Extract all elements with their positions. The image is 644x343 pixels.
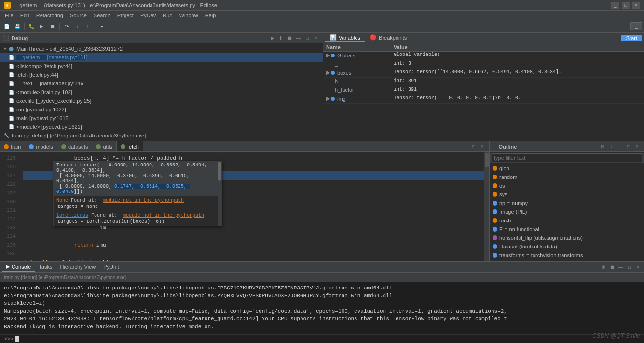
var-row-img[interactable]: ▶ img Tensor: tensor([[[ 0. 0. 0. 0. 0.1…	[323, 95, 644, 104]
outline-filter-input[interactable]	[492, 153, 642, 162]
top-section: ⬛ Debug ▶ ⏸ ⏹ — □ × ▼ ⬤ MainThread - pid…	[0, 33, 644, 141]
frame-icon-3: 📄	[8, 71, 14, 78]
tab-train[interactable]: train	[0, 141, 25, 152]
code-area[interactable]: boxes[:, 4] *= h_factor / padded_h targe…	[19, 152, 489, 261]
outline-item-os[interactable]: os	[490, 181, 644, 190]
tab-models[interactable]: models	[25, 141, 57, 152]
frame-icon-1: 📄	[8, 54, 14, 61]
editor-minimize-button[interactable]: —	[461, 143, 469, 151]
debug-resume-button[interactable]: ▶	[269, 34, 276, 42]
save-button[interactable]: 💾	[13, 22, 22, 31]
minimize-button[interactable]: _	[611, 2, 619, 9]
console-tab-pyunit[interactable]: PyUnit	[99, 263, 123, 272]
tab-variables[interactable]: 📊 Variables	[325, 33, 365, 42]
quick-access-button[interactable]: _	[630, 22, 642, 30]
outline-minimize-button[interactable]: —	[616, 143, 624, 151]
menu-search[interactable]: Search	[91, 12, 113, 19]
console-content[interactable]: e:\ProgramData\Anaconda3\lib\site-packag…	[0, 282, 644, 334]
torch-zeros-link[interactable]: torch.zeros	[56, 213, 88, 218]
debug-frame-execfile[interactable]: 📄 execfile [_pydev_execfile.py:25]	[0, 96, 323, 105]
debug-frame-run[interactable]: 📄 run [pydevd.py:1022]	[0, 105, 323, 114]
var-row-underscore[interactable]: _ int: 3	[323, 60, 644, 69]
console-tab-tasks[interactable]: Tasks	[35, 263, 56, 272]
menu-source[interactable]: Source	[67, 12, 90, 19]
outline-item-transforms[interactable]: transforms = torchvision.transforms	[490, 251, 644, 260]
step-over-button[interactable]: ↷	[62, 22, 71, 31]
menu-pydev[interactable]: PyDev	[137, 12, 159, 19]
editor-scrollbar[interactable]	[484, 152, 489, 261]
menu-file[interactable]: File	[2, 12, 16, 19]
var-row-globals[interactable]: ▶ Globals Global variables	[323, 52, 644, 60]
maximize-button[interactable]: □	[622, 2, 630, 9]
console-line-1: e:\ProgramData\Anaconda3\lib\site-packag…	[4, 284, 640, 292]
debug-stop-button[interactable]: ⏹	[286, 34, 294, 42]
tab-fetch[interactable]: fetch	[117, 141, 143, 152]
console-maximize-button[interactable]: □	[626, 263, 633, 271]
outline-sort-button[interactable]: ↕	[607, 143, 615, 151]
console-tab-console[interactable]: ▶ Console	[2, 262, 35, 272]
run-button[interactable]: ▶	[37, 22, 47, 31]
close-button[interactable]: ×	[632, 2, 640, 9]
outline-collapse-button[interactable]: ⊟	[599, 143, 606, 151]
console-tab-hierarchy[interactable]: Hierarchy View	[56, 263, 99, 272]
new-button[interactable]: 📄	[2, 22, 12, 31]
outline-item-hflip[interactable]: horisontal_flip (utils.augmentations)	[490, 233, 644, 242]
trace-file-icon: 🔧	[3, 132, 10, 139]
outline-item-dataset[interactable]: Dataset (torch.utils.data)	[490, 242, 644, 251]
var-row-hfactor[interactable]: h_factor int: 391	[323, 86, 644, 95]
debug-frame-fetch[interactable]: 📄 fetch [fetch.py:44]	[0, 70, 323, 79]
debug-maximize-button[interactable]: □	[303, 34, 311, 42]
none-module-link[interactable]: module not in the pythonpath	[103, 198, 184, 203]
debug-frame-listcomp[interactable]: 📄 <listcomp> [fetch.py:44]	[0, 62, 323, 70]
outline-item-torch[interactable]: torch	[490, 216, 644, 225]
debug-suspend-button[interactable]: ⏸	[277, 34, 285, 42]
step-into-button[interactable]: ↓	[72, 22, 82, 31]
torch-module-link[interactable]: module not in the pythonpath	[123, 213, 204, 218]
editor-close-button[interactable]: ×	[479, 143, 486, 151]
debug-thread-text: MainThread - pid_20540_id_2364323911272	[16, 46, 123, 52]
debug-minimize-button[interactable]: —	[295, 34, 302, 42]
debug-frame-main[interactable]: 📄 main [pydevd.py:1615]	[0, 114, 323, 123]
debug-frame-module2[interactable]: 📄 <module> [pydevd.py:1621]	[0, 123, 323, 131]
outline-item-pad[interactable]: pad_to_square	[490, 260, 644, 261]
outline-item-random[interactable]: random	[490, 173, 644, 181]
console-close-button[interactable]: ×	[634, 263, 642, 271]
editor-maximize-button[interactable]: □	[470, 143, 478, 151]
debug-frame-getitem[interactable]: 📄 __getitem__ [datasets.py:131]	[0, 53, 323, 62]
outline-item-np[interactable]: np = numpy	[490, 199, 644, 207]
step-return-button[interactable]: ↑	[83, 22, 93, 31]
random-icon	[493, 175, 497, 179]
debug-frame-next[interactable]: 📄 __next__ [dataloader.py:346]	[0, 79, 323, 88]
tab-utils[interactable]: utils	[92, 141, 117, 152]
start-button[interactable]: Start	[621, 35, 642, 41]
debug-button[interactable]: 🐛	[27, 22, 36, 31]
toggle-breakpoint-button[interactable]: ●	[97, 22, 107, 31]
debug-frame-module[interactable]: 📄 <module> [train.py:102]	[0, 88, 323, 96]
console-minimize-button[interactable]: —	[617, 263, 625, 271]
menu-project[interactable]: Project	[114, 12, 137, 19]
debug-close-button[interactable]: ×	[312, 34, 320, 42]
menu-edit[interactable]: Edit	[17, 12, 32, 19]
tooltip-scrollbar-thumb	[218, 162, 221, 181]
var-name-h: h	[326, 78, 394, 84]
console-terminate-button[interactable]: ⏹	[608, 263, 616, 271]
menu-window[interactable]: Window	[177, 12, 201, 19]
tooltip-scrollbar[interactable]	[218, 161, 221, 226]
var-row-boxes[interactable]: ▶ boxes Tensor: tensor([[14.0000, 0.6662…	[323, 69, 644, 78]
menu-refactoring[interactable]: Refactoring	[33, 12, 66, 19]
tab-breakpoints[interactable]: 🔴 Breakpoints	[365, 33, 411, 42]
outline-item-image[interactable]: Image (PIL)	[490, 207, 644, 216]
stop-button[interactable]: ⏹	[48, 22, 57, 31]
console-clear-button[interactable]: 🗑	[600, 263, 607, 271]
tab-datasets[interactable]: datasets	[57, 141, 93, 152]
outline-item-F[interactable]: F = nn.functional	[490, 225, 644, 233]
outline-maximize-button[interactable]: □	[625, 143, 632, 151]
menu-help[interactable]: Help	[202, 12, 219, 19]
outline-item-sys[interactable]: sys	[490, 190, 644, 199]
debug-thread-item[interactable]: ▼ ⬤ MainThread - pid_20540_id_2364323911…	[0, 44, 323, 53]
menu-run[interactable]: Run	[160, 12, 175, 19]
outline-close-button[interactable]: ×	[633, 143, 641, 151]
var-row-h[interactable]: h int: 391	[323, 78, 644, 86]
eq-sign-np: =	[507, 201, 510, 206]
outline-item-glob[interactable]: glob	[490, 164, 644, 173]
